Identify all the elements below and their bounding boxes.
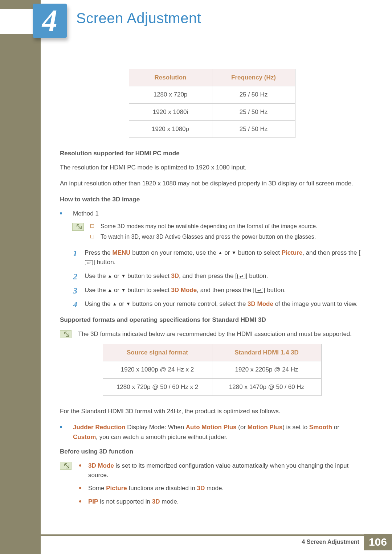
svg-rect-2	[255, 288, 263, 293]
info-text: The 3D formats indicated below are recom…	[78, 329, 364, 339]
footer-chapter-number: 4	[302, 539, 305, 545]
cell: 1920 x 1080i	[129, 103, 212, 120]
resolution-frequency-table: Resolution Frequency (Hz) 1280 x 720p 25…	[129, 69, 295, 138]
note-icon	[60, 462, 72, 470]
table2-header-standard: Standard HDMI 1.4 3D	[212, 344, 321, 361]
info-list: 3D Mode is set to its memorized configur…	[78, 461, 364, 510]
info-list: Some 3D modes may not be available depen…	[90, 222, 364, 243]
page-number: 106	[364, 534, 392, 550]
info-box: The 3D formats indicated below are recom…	[60, 329, 364, 339]
3d-mode-label: 3D Mode	[248, 300, 273, 307]
table1-header-frequency: Frequency (Hz)	[212, 69, 295, 86]
side-ribbon	[0, 0, 41, 554]
info-box: Some 3D modes may not be available depen…	[72, 222, 364, 243]
info-item: To watch in 3D, wear 3D Active Glasses a…	[90, 233, 364, 242]
table-row: 1920 x 1080i 25 / 50 Hz	[129, 103, 295, 120]
picture-label: Picture	[106, 485, 127, 492]
up-triangle-icon: ▲	[218, 249, 223, 257]
step-text: Press the MENU button on your remote, us…	[85, 249, 360, 266]
cell: 25 / 50 Hz	[212, 86, 295, 103]
step-text: Use the ▲ or ▼ button to select 3D, and …	[85, 272, 268, 279]
content-area: Resolution Frequency (Hz) 1280 x 720p 25…	[60, 69, 364, 515]
down-triangle-icon: ▼	[121, 272, 126, 280]
info-item: 3D Mode is set to its memorized configur…	[78, 461, 364, 480]
up-triangle-icon: ▲	[107, 287, 112, 294]
down-triangle-icon: ▼	[232, 249, 236, 257]
step-number: 1	[73, 247, 77, 260]
enter-icon	[85, 260, 93, 265]
judder-reduction-label: Judder Reduction	[73, 424, 126, 431]
info-item: Some 3D modes may not be available depen…	[90, 222, 364, 231]
cell: 1280 x 720p	[129, 86, 212, 103]
table-row: 1280 x 720p 25 / 50 Hz	[129, 86, 295, 103]
menu-label: MENU	[113, 249, 131, 256]
hdmi-3d-format-table: Source signal format Standard HDMI 1.4 3…	[103, 344, 322, 396]
step-number: 3	[73, 284, 77, 297]
step-text: Use the ▲ or ▼ button to select 3D Mode,…	[85, 287, 286, 294]
info-item: PIP is not supported in 3D mode.	[78, 497, 364, 506]
up-triangle-icon: ▲	[113, 300, 117, 308]
heading-hdmi-pc-resolution: Resolution supported for HDMI PC mode	[60, 149, 364, 158]
cell: 1920 x 1080p @ 24 Hz x 2	[103, 361, 212, 378]
3d-label: 3D	[171, 272, 179, 279]
chapter-badge: 4	[33, 4, 67, 38]
heading-supported-formats: Supported formats and operating specific…	[60, 315, 364, 325]
note-icon	[72, 223, 84, 231]
heading-before-3d: Before using 3D function	[60, 447, 364, 456]
svg-rect-0	[85, 260, 93, 265]
enter-icon	[255, 288, 263, 293]
auto-motion-plus-label: Auto Motion Plus	[186, 424, 237, 431]
judder-item: Judder Reduction Display Mode: When Auto…	[60, 423, 364, 442]
3d-mode-label: 3D Mode	[171, 287, 197, 294]
3d-mode-label: 3D Mode	[88, 462, 114, 469]
footer: 4 Screen Adjustment 106	[41, 534, 392, 554]
step-text: Using the ▲ or ▼ buttons on your remote …	[85, 300, 358, 307]
table2-header-source: Source signal format	[103, 344, 212, 361]
method-label: Method 1	[73, 210, 99, 217]
method-item: Method 1 Some 3D modes may not be availa…	[60, 209, 364, 309]
step-3: 3 Use the ▲ or ▼ button to select 3D Mod…	[73, 286, 364, 295]
down-triangle-icon: ▼	[121, 287, 126, 294]
chapter-title: Screen Adjustment	[76, 10, 201, 26]
smooth-label: Smooth	[309, 424, 332, 431]
steps-list: 1 Press the MENU button on your remote, …	[73, 248, 364, 309]
info-box: 3D Mode is set to its memorized configur…	[60, 461, 364, 510]
svg-rect-1	[237, 274, 245, 279]
cell: 1280 x 720p @ 50 / 60 Hz x 2	[103, 378, 212, 395]
3d-label: 3D	[197, 485, 205, 492]
custom-label: Custom	[73, 434, 96, 440]
judder-list: Judder Reduction Display Mode: When Auto…	[60, 423, 364, 442]
cell: 1920 x 1080p	[129, 121, 212, 138]
step-1: 1 Press the MENU button on your remote, …	[73, 248, 364, 267]
paragraph: For the Standard HDMI 3D format with 24H…	[60, 407, 364, 416]
cell: 1920 x 2205p @ 24 Hz	[212, 361, 321, 378]
step-4: 4 Using the ▲ or ▼ buttons on your remot…	[73, 299, 364, 309]
note-icon	[60, 330, 72, 338]
table1-header-resolution: Resolution	[129, 69, 212, 86]
step-number: 2	[73, 270, 77, 283]
step-2: 2 Use the ▲ or ▼ button to select 3D, an…	[73, 271, 364, 281]
3d-label: 3D	[152, 498, 160, 505]
step-number: 4	[73, 298, 77, 311]
footer-inner: 4 Screen Adjustment 106	[302, 534, 392, 550]
pip-label: PIP	[88, 498, 98, 505]
info-item: Some Picture functions are disabled in 3…	[78, 484, 364, 493]
method-list: Method 1 Some 3D modes may not be availa…	[60, 209, 364, 309]
paragraph: An input resolution other than 1920 x 10…	[60, 179, 364, 188]
table-row: 1280 x 720p @ 50 / 60 Hz x 2 1280 x 1470…	[103, 378, 321, 395]
heading-how-to-watch-3d: How to watch the 3D image	[60, 195, 364, 204]
page: 4 Screen Adjustment Resolution Frequency…	[0, 0, 392, 554]
up-triangle-icon: ▲	[107, 272, 112, 280]
table-row: 1920 x 1080p @ 24 Hz x 2 1920 x 2205p @ …	[103, 361, 321, 378]
table-row: 1920 x 1080p 25 / 50 Hz	[129, 121, 295, 138]
motion-plus-label: Motion Plus	[248, 424, 282, 431]
paragraph: The resolution for HDMI PC mode is optim…	[60, 163, 364, 172]
footer-chapter-title: Screen Adjustment	[307, 539, 359, 545]
cell: 25 / 50 Hz	[212, 103, 295, 120]
cell: 1280 x 1470p @ 50 / 60 Hz	[212, 378, 321, 395]
enter-icon	[237, 274, 245, 279]
chapter-number: 4	[42, 4, 57, 37]
down-triangle-icon: ▼	[126, 300, 131, 308]
footer-crumb: 4 Screen Adjustment	[302, 539, 359, 545]
cell: 25 / 50 Hz	[212, 121, 295, 138]
